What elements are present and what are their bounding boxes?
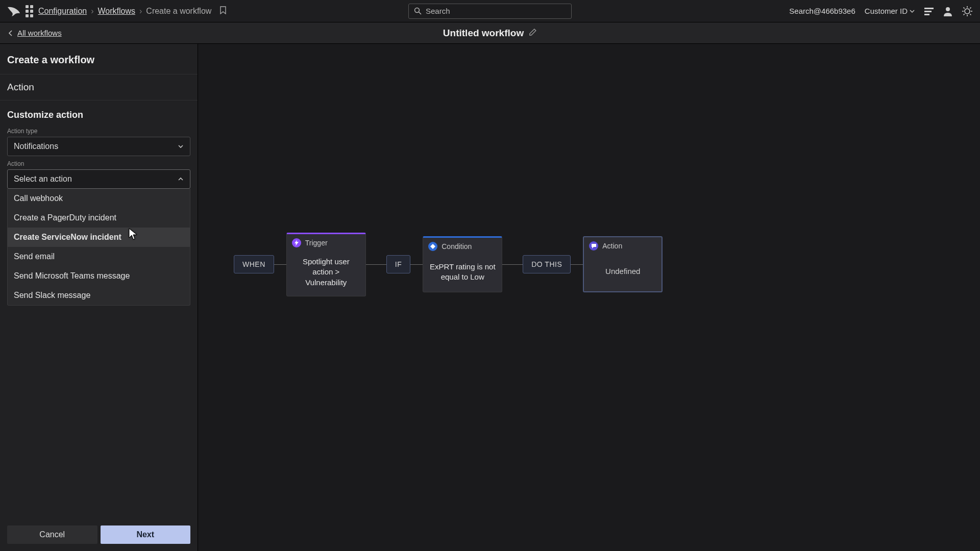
svg-rect-3 [924,11,932,12]
svg-line-12 [970,14,971,15]
trigger-node-body: Spotlight user action > Vulnerability [287,251,365,296]
chevron-down-icon [910,9,915,14]
branch-icon [428,242,437,251]
brand-logo-icon[interactable] [7,6,20,17]
svg-line-13 [964,14,965,15]
chat-icon [589,241,598,251]
top-bar: Configuration › Workflows › Create a wor… [0,0,980,22]
do-this-tag: DO THIS [523,255,571,273]
next-button[interactable]: Next [101,525,191,544]
customer-id-menu[interactable]: Customer ID [865,7,915,15]
svg-line-14 [970,7,971,8]
action-opt-slack[interactable]: Send Slack message [8,286,190,305]
action-label: Action [7,160,190,167]
search-placeholder: Search [426,7,450,15]
workflow-title: Untitled workflow [443,28,524,39]
action-opt-pagerduty[interactable]: Create a PagerDuty incident [8,208,190,228]
if-tag: IF [386,255,410,273]
edit-title-icon[interactable] [529,28,537,38]
global-search[interactable]: Search [408,4,572,19]
svg-point-0 [415,8,420,13]
action-opt-servicenow[interactable]: Create ServiceNow incident [8,228,190,247]
sidebar-heading: Create a workflow [0,44,198,74]
queue-icon[interactable] [924,7,934,16]
sidebar-section: Customize action [0,101,198,123]
workflow-canvas[interactable]: WHEN Trigger Spotlight user action > Vul… [198,44,980,551]
account-label: Search@466b93e6 [789,7,855,15]
when-tag: WHEN [234,255,274,273]
svg-rect-2 [924,8,934,9]
svg-rect-4 [924,14,929,15]
search-icon [414,7,422,15]
condition-node[interactable]: Condition ExPRT rating is not equal to L… [423,236,502,292]
breadcrumb-workflows[interactable]: Workflows [98,7,136,16]
breadcrumb: Configuration › Workflows › Create a wor… [38,7,211,16]
breadcrumb-current: Create a workflow [146,7,211,16]
action-type-label: Action type [7,128,190,135]
action-opt-teams[interactable]: Send Microsoft Teams message [8,266,190,286]
chevron-down-icon [178,143,184,149]
apps-menu-icon[interactable] [26,5,33,17]
sidebar-step: Action [0,74,198,101]
action-node-body: Undefined [584,254,662,291]
chevron-right-icon: › [91,7,93,16]
action-type-select[interactable]: Notifications [7,137,190,156]
chevron-right-icon: › [139,7,142,16]
condition-node-body: ExPRT rating is not equal to Low [423,254,502,292]
svg-point-5 [946,7,950,11]
back-to-workflows[interactable]: All workflows [7,29,62,37]
cancel-button[interactable]: Cancel [7,525,97,544]
chevron-up-icon [178,176,184,182]
bolt-icon [292,238,301,247]
bookmark-icon[interactable] [219,6,227,16]
theme-icon[interactable] [962,6,973,17]
svg-line-1 [419,12,422,15]
user-icon[interactable] [943,6,952,16]
action-select[interactable]: Select an action [7,169,190,189]
arrow-left-icon [7,30,14,37]
action-opt-email[interactable]: Send email [8,247,190,266]
action-opt-webhook[interactable]: Call webhook [8,189,190,208]
svg-point-6 [965,9,970,14]
action-node[interactable]: Action Undefined [583,236,663,292]
svg-line-11 [964,7,965,8]
trigger-node[interactable]: Trigger Spotlight user action > Vulnerab… [286,233,366,296]
breadcrumb-configuration[interactable]: Configuration [38,7,87,16]
config-sidebar: Create a workflow Action Customize actio… [0,44,198,551]
action-dropdown: Call webhook Create a PagerDuty incident… [7,189,190,306]
sub-bar: All workflows Untitled workflow [0,22,980,44]
